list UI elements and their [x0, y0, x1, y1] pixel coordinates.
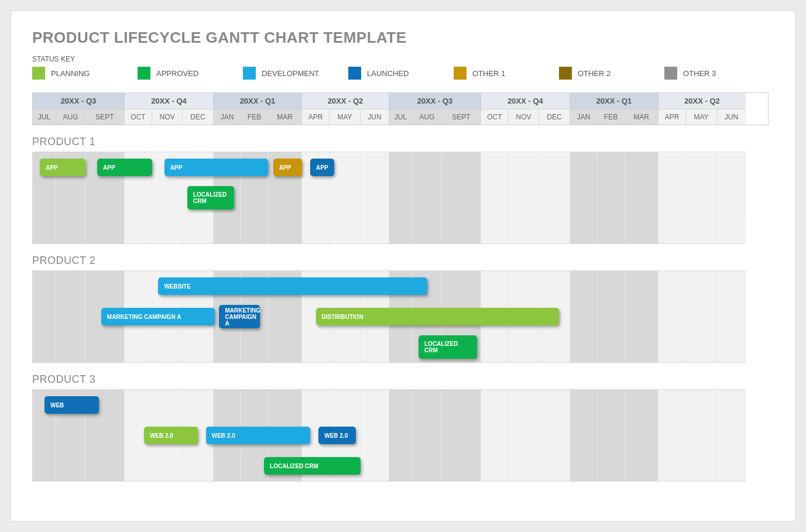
lane-group: WEBWEB 2.0WEB 2.0WEB 2.0LOCALIZED CRM — [32, 389, 745, 482]
legend-label: LAUNCHED — [367, 69, 409, 78]
column-bg — [214, 213, 241, 243]
gantt-bar[interactable]: WEBSITE — [158, 277, 427, 295]
product-title: PRODUCT 2 — [32, 255, 774, 267]
column-bg — [509, 390, 539, 420]
column-bg — [361, 183, 389, 213]
gantt-bar[interactable]: MARKETING CAMPAIGN A — [101, 308, 215, 325]
column-bg — [658, 271, 686, 301]
column-bg — [241, 213, 268, 243]
column-bg — [625, 152, 658, 183]
column-bg — [389, 420, 413, 451]
column-bg — [56, 213, 85, 243]
gantt-bar[interactable]: LOCALIZED CRM — [264, 457, 361, 475]
gantt-bar[interactable]: LOCALIZED CRM — [419, 335, 477, 359]
column-bg — [413, 152, 442, 183]
column-bg — [481, 390, 509, 420]
column-bg — [539, 451, 570, 481]
column-bg — [413, 451, 442, 481]
column-bg — [686, 301, 717, 332]
column-bg — [481, 183, 509, 213]
column-bg — [85, 213, 125, 243]
column-bg — [33, 213, 56, 243]
column-bg — [625, 420, 658, 451]
gantt-bar[interactable]: DISTRIBUTION — [316, 308, 560, 325]
gantt-bar[interactable]: APP — [40, 159, 85, 176]
month-cell: FEB — [241, 109, 268, 125]
column-bg — [539, 390, 570, 420]
page-title: PRODUCT LIFECYCLE GANTT CHART TEMPLATE — [32, 29, 774, 47]
month-cell: SEPT — [442, 109, 481, 125]
column-bg — [389, 451, 413, 481]
column-bg — [717, 451, 746, 481]
column-bg — [658, 213, 686, 243]
column-bg — [442, 183, 481, 213]
column-bg — [442, 420, 481, 451]
quarter-cell: 20XX - Q1 — [570, 93, 658, 109]
gantt-bar[interactable]: APP — [164, 159, 268, 176]
column-bg — [361, 451, 389, 481]
timeline-header: 20XX - Q320XX - Q420XX - Q120XX - Q220XX… — [32, 92, 769, 125]
column-bg — [509, 183, 539, 213]
gantt-bar[interactable]: WEB 2.0 — [144, 427, 198, 444]
gantt-bar[interactable]: LOCALIZED CRM — [187, 186, 234, 210]
column-bg — [33, 420, 56, 451]
column-bg — [330, 152, 361, 183]
column-bg — [413, 390, 442, 420]
column-bg — [570, 390, 598, 420]
column-bg — [658, 183, 686, 213]
gantt-bar[interactable]: APP — [97, 159, 152, 176]
column-bg — [152, 183, 183, 213]
gantt-bar[interactable]: MARKETING CAMPAIGN A — [219, 305, 260, 328]
column-bg — [389, 332, 413, 362]
gantt-row: LOCALIZED CRM — [33, 451, 745, 481]
column-bg — [686, 152, 717, 183]
quarter-cell: 20XX - Q3 — [389, 93, 481, 109]
column-bg — [717, 332, 746, 362]
gantt-row: WEBSITE — [33, 271, 745, 301]
gantt-bar[interactable]: WEB — [44, 396, 99, 414]
month-cell: NOV — [152, 109, 183, 125]
column-bg — [481, 152, 509, 183]
gantt-bar[interactable]: APP — [273, 159, 302, 176]
column-bg — [658, 301, 686, 332]
quarter-cell: 20XX - Q3 — [33, 93, 125, 109]
column-bg — [658, 451, 686, 481]
column-bg — [658, 420, 686, 451]
legend-item: OTHER 2 — [559, 67, 664, 80]
column-bg — [85, 420, 125, 451]
column-bg — [442, 213, 481, 243]
column-bg — [241, 332, 268, 362]
column-bg — [214, 451, 241, 481]
column-bg — [33, 451, 56, 481]
gantt-row: WEB 2.0WEB 2.0WEB 2.0 — [33, 420, 745, 451]
column-bg — [56, 451, 85, 481]
lane-group: APPAPPAPPAPPAPPLOCALIZED CRM — [32, 152, 745, 244]
column-bg — [717, 183, 746, 213]
month-cell: MAY — [330, 109, 361, 125]
gantt-bar[interactable]: WEB 2.0 — [206, 427, 310, 444]
month-cell: DEC — [539, 109, 570, 125]
gantt-bar[interactable]: APP — [310, 159, 334, 176]
column-bg — [509, 451, 539, 481]
month-cell: APR — [302, 109, 330, 125]
column-bg — [717, 301, 746, 332]
column-bg — [152, 332, 183, 362]
column-bg — [625, 213, 658, 243]
month-cell: FEB — [598, 109, 625, 125]
column-bg — [330, 332, 361, 362]
column-bg — [570, 271, 598, 301]
product-title: PRODUCT 3 — [32, 373, 774, 386]
month-cell: JAN — [570, 109, 598, 125]
column-bg — [56, 271, 85, 301]
legend-label: OTHER 2 — [578, 69, 610, 78]
column-bg — [125, 271, 152, 301]
column-bg — [686, 271, 717, 301]
gantt-bar[interactable]: WEB 2.0 — [318, 427, 356, 444]
status-legend: PLANNINGAPPROVEDDEVELOPMENTLAUNCHEDOTHER… — [32, 67, 774, 80]
column-bg — [183, 451, 214, 481]
column-bg — [33, 301, 56, 332]
column-bg — [717, 390, 746, 420]
month-cell: MAR — [625, 109, 658, 125]
column-bg — [570, 152, 598, 183]
column-bg — [658, 390, 686, 420]
